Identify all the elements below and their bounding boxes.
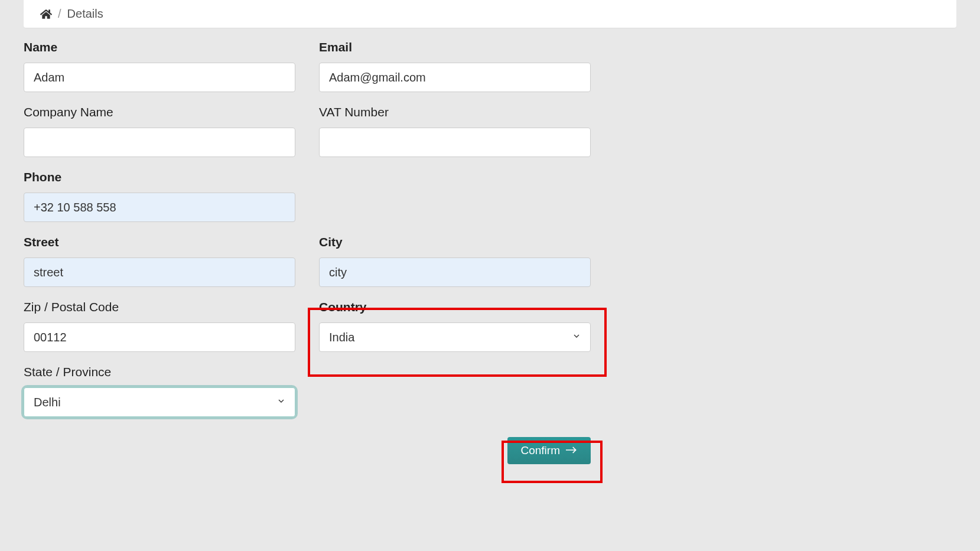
input-zip[interactable]	[24, 322, 295, 352]
label-city: City	[319, 235, 591, 249]
breadcrumb: / Details	[24, 0, 956, 28]
field-company-name: Company Name	[24, 105, 295, 157]
breadcrumb-current: Details	[67, 7, 103, 21]
label-company-name: Company Name	[24, 105, 295, 119]
input-street[interactable]	[24, 257, 295, 287]
field-zip: Zip / Postal Code	[24, 300, 295, 352]
page-wrapper: / Details Name Email Company Name VAT Nu…	[0, 0, 980, 464]
input-vat-number[interactable]	[319, 128, 591, 157]
select-state[interactable]: Delhi	[24, 387, 295, 417]
input-city[interactable]	[319, 257, 591, 287]
label-phone: Phone	[24, 170, 295, 184]
field-name: Name	[24, 40, 295, 92]
select-country[interactable]: India	[319, 322, 591, 352]
label-email: Email	[319, 40, 591, 54]
input-name[interactable]	[24, 63, 295, 92]
label-state: State / Province	[24, 365, 295, 379]
input-company-name[interactable]	[24, 128, 295, 157]
arrow-right-icon	[566, 444, 578, 457]
home-icon[interactable]	[40, 8, 52, 20]
confirm-row: Confirm	[24, 437, 591, 464]
form-grid: Name Email Company Name VAT Number Phone…	[24, 40, 956, 464]
label-name: Name	[24, 40, 295, 54]
input-phone[interactable]	[24, 193, 295, 222]
field-vat-number: VAT Number	[319, 105, 591, 157]
label-street: Street	[24, 235, 295, 249]
field-street: Street	[24, 235, 295, 287]
label-country: Country	[319, 300, 591, 314]
breadcrumb-separator: /	[58, 7, 61, 21]
confirm-button[interactable]: Confirm	[507, 437, 591, 464]
field-city: City	[319, 235, 591, 287]
field-state: State / Province Delhi	[24, 365, 295, 417]
field-email: Email	[319, 40, 591, 92]
input-email[interactable]	[319, 63, 591, 92]
label-zip: Zip / Postal Code	[24, 300, 295, 314]
label-vat-number: VAT Number	[319, 105, 591, 119]
field-country: Country India	[319, 300, 591, 352]
field-phone: Phone	[24, 170, 295, 222]
confirm-button-label: Confirm	[520, 444, 560, 457]
form-container: / Details Name Email Company Name VAT Nu…	[0, 0, 980, 464]
